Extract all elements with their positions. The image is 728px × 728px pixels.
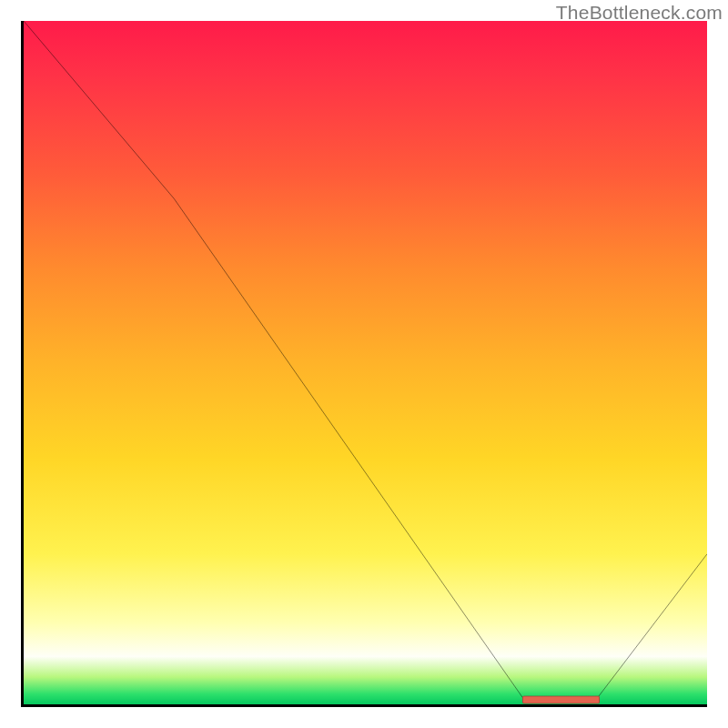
watermark-text: TheBottleneck.com [556,2,723,24]
line-series [24,21,707,704]
chart-container: TheBottleneck.com [0,0,728,728]
highlight-region [522,696,600,704]
plot-area [21,21,707,707]
curve-polyline [24,21,707,697]
